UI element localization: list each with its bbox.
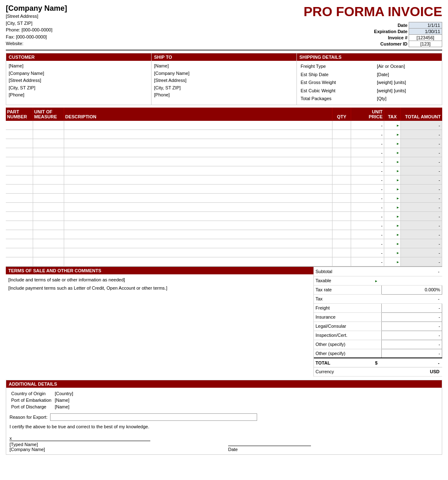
table-row: - ► - [6, 121, 442, 130]
item-desc [64, 121, 332, 130]
shipping-details-header: SHIPPING DETAILS [297, 53, 442, 61]
summary-row: Other (specify)- [314, 340, 442, 349]
shipping-details-body: Freight Type[Air or Ocean]Est Ship Date[… [297, 61, 442, 105]
additional-row: Port of Embarkation[Name] [10, 397, 94, 403]
website: Website: [6, 40, 224, 47]
item-unit [33, 221, 64, 230]
sig-line [10, 441, 150, 441]
table-row: - ► - [6, 139, 442, 148]
item-part [6, 203, 33, 212]
item-part [6, 166, 33, 175]
item-tax: ► [384, 166, 401, 175]
item-price: - [351, 175, 384, 185]
sh-value: [Date] [376, 71, 439, 79]
ship-to-col: SHIP TO [Name] [Company Name] [Street Ad… [152, 53, 297, 105]
item-qty [332, 221, 351, 230]
date-block: Date [228, 446, 438, 452]
summary-row: Tax- [314, 294, 442, 303]
total-value: - [382, 358, 442, 367]
item-price: - [351, 166, 384, 175]
date-label: Date [373, 22, 409, 29]
s-empty [371, 285, 382, 294]
table-row: - ► - [6, 130, 442, 139]
certify-text: I certify the above to be true and corre… [10, 424, 438, 429]
additional-body: Country of Origin[Country]Port of Embark… [6, 388, 442, 454]
cust-city: [City, ST ZIP] [9, 84, 149, 92]
terms-col: TERMS OF SALE AND OTHER COMMENTS [Includ… [6, 267, 314, 377]
s-empty [371, 349, 382, 358]
s-empty [371, 303, 382, 312]
item-part [6, 257, 33, 266]
item-price: - [351, 139, 384, 148]
s-value [382, 276, 442, 285]
item-qty [332, 166, 351, 175]
item-qty [332, 157, 351, 166]
expiration-value: 1/30/11 [409, 29, 442, 35]
item-price: - [351, 157, 384, 166]
item-part [6, 175, 33, 185]
cust-address: [Street Address] [9, 77, 149, 84]
item-unit [33, 248, 64, 257]
item-total: - [401, 203, 442, 212]
item-unit [33, 121, 64, 130]
add-value: [Name] [53, 397, 94, 403]
col-desc-header: DESCRIPTION [64, 108, 332, 121]
item-tax: ► [384, 257, 401, 266]
shipping-table: Freight Type[Air or Ocean]Est Ship Date[… [299, 62, 439, 103]
item-total: - [401, 194, 442, 203]
items-header-row: PARTNUMBER UNIT OFMEASURE DESCRIPTION QT… [6, 108, 442, 121]
table-row: - ► - [6, 166, 442, 175]
invoice-title: PRO FORMA INVOICE [224, 4, 442, 19]
reason-label: Reason for Export: [10, 415, 48, 420]
typed-company: [Company Name] [10, 447, 220, 452]
currency-value: USD [382, 367, 442, 376]
terms-line1: [Include and terms of sale or other info… [8, 276, 311, 284]
s-value: - [382, 331, 442, 340]
cust-phone: [Phone] [9, 91, 149, 99]
item-desc [64, 248, 332, 257]
ship-city: [City, ST ZIP] [154, 84, 294, 92]
summary-row: Insurance- [314, 312, 442, 322]
street-address: [Street Address] [6, 13, 224, 20]
typed-name: [Typed Name] [10, 442, 220, 447]
summary-row: Freight- [314, 303, 442, 312]
s-label: Insurance [314, 312, 371, 322]
s-empty [371, 294, 382, 303]
table-row: - ► - [6, 248, 442, 257]
item-desc [64, 203, 332, 212]
item-total: - [401, 148, 442, 157]
s-label: Tax [314, 294, 371, 303]
item-qty [332, 203, 351, 212]
item-qty [332, 121, 351, 130]
item-price: - [351, 230, 384, 239]
item-total: - [401, 166, 442, 175]
item-price: - [351, 257, 384, 266]
item-part [6, 139, 33, 148]
additional-row: Country of Origin[Country] [10, 390, 94, 397]
item-qty [332, 248, 351, 257]
item-total: - [401, 221, 442, 230]
reason-input[interactable] [50, 413, 257, 421]
sh-label: Est Gross Weight [299, 79, 376, 87]
ship-address: [Street Address] [154, 77, 294, 84]
item-qty [332, 230, 351, 239]
city-state-zip: [City, ST ZIP] [6, 20, 224, 27]
signature-section: x [Typed Name] [Company Name] Date [10, 436, 438, 452]
add-label: Port of Discharge [10, 403, 53, 410]
item-qty [332, 194, 351, 203]
item-tax: ► [384, 175, 401, 185]
table-row: - ► - [6, 230, 442, 239]
item-desc [64, 194, 332, 203]
item-tax: ► [384, 212, 401, 221]
col-total-header: TOTAL AMOUNT [401, 108, 442, 121]
ship-company: [Company Name] [154, 70, 294, 77]
item-price: - [351, 148, 384, 157]
invoice-num-value: [123456] [409, 35, 442, 41]
add-label: Port of Embarkation [10, 397, 53, 403]
item-total: - [401, 139, 442, 148]
item-part [6, 121, 33, 130]
item-tax: ► [384, 248, 401, 257]
total-dollar: $ [371, 358, 382, 367]
item-tax: ► [384, 121, 401, 130]
invoice-title-block: PRO FORMA INVOICE Date 1/1/11 Expiration… [224, 4, 442, 47]
